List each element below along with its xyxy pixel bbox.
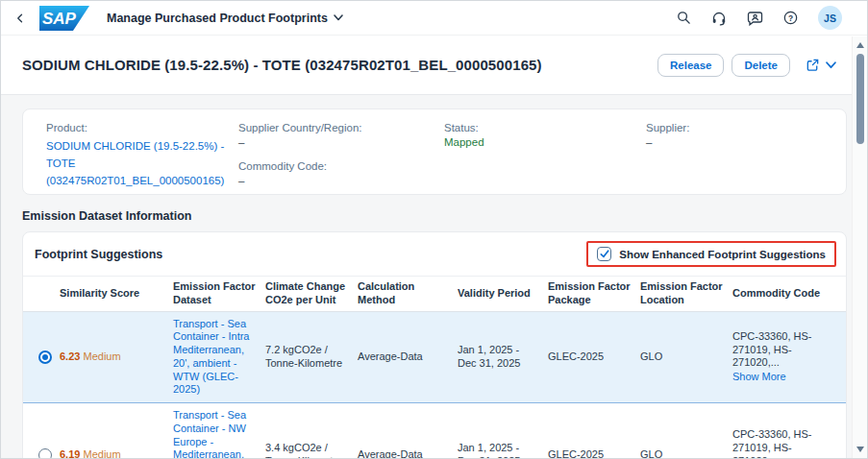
enhanced-suggestions-label[interactable]: Show Enhanced Footprint Suggestions: [619, 249, 826, 260]
overview-card: Product: SODIUM CHLORIDE (19.5-22.5%) - …: [22, 109, 847, 195]
supplier-country-label: Supplier Country/Region:: [238, 122, 444, 133]
svg-text:SAP: SAP: [42, 10, 77, 28]
headset-icon[interactable]: [711, 11, 727, 26]
commodity-code-value: –: [238, 175, 444, 186]
supplier-label: Supplier:: [646, 122, 823, 133]
more-actions-chevron-icon[interactable]: [826, 61, 836, 69]
similarity-score-cell: 6.19 Medium: [60, 443, 173, 459]
footprint-suggestions-panel: Footprint Suggestions Show Enhanced Foot…: [22, 231, 847, 459]
col-ef-package: Emission Factor Package: [548, 277, 640, 311]
status-badge: Mapped: [444, 136, 646, 148]
commodity-code-cell: CPC-33360, HS-271019, HS-271020,...Show …: [732, 325, 836, 390]
col-co2e-per-unit: Climate Change CO2e per Unit: [265, 277, 358, 311]
scroll-down-icon[interactable]: [853, 443, 868, 456]
emission-factor-location-cell: GLO: [640, 345, 732, 370]
check-icon: [600, 250, 609, 258]
scroll-up-icon[interactable]: [853, 38, 868, 52]
row-radio-button[interactable]: [38, 448, 52, 459]
table-row[interactable]: 6.19 Medium Transport - Sea Container - …: [23, 403, 846, 459]
commodity-code-cell: CPC-33360, HS-271019, HS-271020,...Show …: [732, 423, 836, 459]
col-similarity-score: Similarity Score: [60, 283, 173, 304]
supplier-country-commodity-fields: Supplier Country/Region: – Commodity Cod…: [238, 122, 444, 188]
emission-factor-package-cell: GLEC-2025: [548, 443, 640, 459]
col-ef-location: Emission Factor Location: [640, 277, 732, 311]
col-ef-dataset: Emission Factor Dataset: [173, 277, 265, 311]
help-icon[interactable]: ?: [783, 11, 798, 25]
table-body: 6.23 Medium Transport - Sea Container - …: [23, 312, 846, 459]
radio-column-header: [31, 290, 60, 298]
product-field: Product: SODIUM CHLORIDE (19.5-22.5%) - …: [46, 122, 238, 188]
commodity-code-label: Commodity Code:: [238, 160, 444, 172]
dataset-link[interactable]: Transport - Sea Container - NW Europe - …: [173, 409, 246, 459]
suggestions-toolbar: Footprint Suggestions Show Enhanced Foot…: [23, 232, 846, 276]
col-commodity-code: Commodity Code: [732, 283, 836, 304]
table-row[interactable]: 6.23 Medium Transport - Sea Container - …: [23, 312, 846, 404]
emission-dataset-heading: Emission Dataset Information: [22, 209, 191, 223]
enhanced-suggestions-checkbox[interactable]: [597, 247, 611, 261]
similarity-score-cell: 6.23 Medium: [60, 345, 173, 370]
emission-factor-dataset-cell: Transport - Sea Container - NW Europe - …: [173, 403, 265, 459]
row-radio-button[interactable]: [38, 350, 52, 364]
col-calculation-method: Calculation Method: [358, 277, 458, 311]
supplier-field: Supplier: –: [646, 122, 823, 188]
emission-factor-location-cell: GLO: [640, 443, 732, 459]
sap-logo: SAP: [39, 6, 89, 31]
app-window: SAP Manage Purchased Product Footprints: [0, 0, 868, 459]
feedback-chat-icon[interactable]: [747, 11, 763, 26]
calculation-method-cell: Average-Data: [358, 345, 458, 370]
app-title[interactable]: Manage Purchased Product Footprints: [107, 12, 343, 25]
svg-text:?: ?: [788, 13, 793, 23]
release-button[interactable]: Release: [657, 54, 724, 77]
back-icon[interactable]: [14, 12, 26, 24]
page-actions: Release Delete: [657, 54, 836, 77]
emission-factor-package-cell: GLEC-2025: [548, 345, 640, 370]
supplier-value: –: [646, 136, 823, 148]
shell-actions: ? JS: [677, 6, 842, 30]
page-header: SODIUM CHLORIDE (19.5-22.5%) - TOTE (032…: [1, 36, 867, 95]
status-label: Status:: [444, 122, 646, 133]
validity-period-cell: Jan 1, 2025 - Dec 31, 2025: [458, 436, 548, 459]
vertical-scrollbar[interactable]: [852, 36, 867, 458]
validity-period-cell: Jan 1, 2025 - Dec 31, 2025: [458, 338, 548, 376]
status-field: Status: Mapped: [444, 122, 646, 188]
calculation-method-cell: Average-Data: [358, 443, 458, 459]
supplier-country-value: –: [238, 136, 444, 148]
product-label: Product:: [46, 122, 238, 133]
suggestions-title: Footprint Suggestions: [35, 248, 162, 261]
delete-button[interactable]: Delete: [732, 54, 790, 77]
show-more-link[interactable]: Show More: [732, 371, 786, 384]
chevron-down-icon: [334, 14, 343, 21]
table-header: Similarity Score Emission Factor Dataset…: [23, 276, 846, 312]
col-validity-period: Validity Period: [458, 283, 548, 304]
dataset-link[interactable]: Transport - Sea Container - Intra Medite…: [173, 318, 249, 396]
shell-bar: SAP Manage Purchased Product Footprints: [1, 1, 867, 36]
product-link[interactable]: SODIUM CHLORIDE (19.5-22.5%) - TOTE (032…: [46, 140, 224, 186]
share-icon[interactable]: [806, 58, 820, 72]
app-title-label: Manage Purchased Product Footprints: [107, 12, 328, 25]
co2e-per-unit-cell: 7.2 kgCO2e / Tonne-Kilometre: [265, 338, 358, 376]
page-title: SODIUM CHLORIDE (19.5-22.5%) - TOTE (032…: [22, 57, 542, 73]
emission-factor-dataset-cell: Transport - Sea Container - Intra Medite…: [173, 312, 265, 403]
scrollbar-thumb[interactable]: [856, 54, 864, 144]
avatar[interactable]: JS: [818, 6, 842, 30]
co2e-per-unit-cell: 3.4 kgCO2e / Tonne-Kilometre: [265, 436, 358, 459]
search-icon[interactable]: [677, 11, 691, 25]
enhanced-suggestions-highlight: Show Enhanced Footprint Suggestions: [586, 241, 836, 267]
